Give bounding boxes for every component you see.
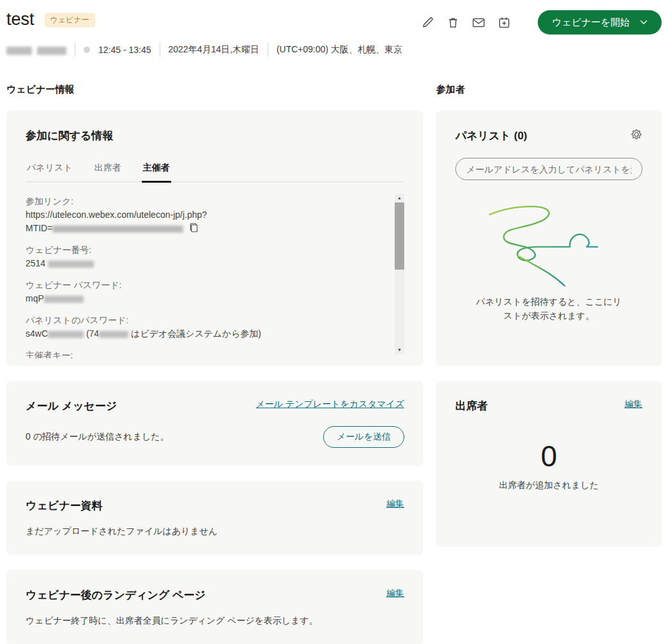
- calendar-plus-icon: [498, 17, 510, 29]
- attendee-count-caption: 出席者が追加されました: [499, 480, 599, 491]
- mtid-prefix: MTID=: [26, 223, 52, 233]
- send-email-button[interactable]: メールを送信: [323, 426, 404, 448]
- pencil-icon: [421, 17, 434, 29]
- scroll-down-icon[interactable]: ▼: [395, 346, 404, 355]
- divider: [75, 43, 75, 57]
- panelist-card-title: パネリスト (0): [455, 128, 528, 143]
- envelope-icon: [473, 17, 485, 29]
- materials-card-title: ウェビナー資料: [26, 498, 103, 513]
- webinar-password-label: ウェビナー パスワード:: [26, 279, 383, 292]
- chevron-down-icon: [640, 20, 648, 25]
- tab-attendee[interactable]: 出席者: [93, 157, 123, 183]
- webinar-password-value: mqP: [26, 292, 383, 305]
- copy-icon: [190, 223, 198, 233]
- edit-button[interactable]: [419, 14, 436, 31]
- add-to-calendar-button[interactable]: [496, 14, 512, 31]
- email-status-text: 0 の招待メールが送信されました。: [26, 431, 169, 443]
- join-info-card: 参加に関する情報 パネリスト 出席者 主催者 参加リンク: https://ut…: [6, 111, 423, 366]
- landing-card-title: ウェビナー後のランディング ページ: [26, 588, 206, 602]
- webinar-number-label: ウェビナー番号:: [26, 243, 383, 257]
- join-info-title: 参加に関する情報: [26, 128, 404, 143]
- scrollbar-thumb[interactable]: [395, 203, 404, 270]
- divider: [268, 43, 268, 57]
- panelist-card: パネリスト (0): [436, 111, 662, 366]
- tab-host[interactable]: 主催者: [142, 157, 171, 183]
- mtid-redacted: [52, 226, 183, 233]
- scrollbar-track[interactable]: [395, 203, 404, 346]
- panelist-password-value: s4wC (74 はビデオ会議システムから参加): [26, 327, 383, 341]
- panelist-password-label: パネリストのパスワード:: [26, 314, 383, 327]
- landing-description: ウェビナー終了時に、出席者全員にランディング ページを表示します。: [26, 615, 404, 627]
- scrollbar[interactable]: ▲ ▼: [395, 194, 404, 355]
- webinar-type-badge: ウェビナー: [45, 13, 95, 27]
- start-webinar-button[interactable]: ウェビナーを開始: [538, 10, 662, 34]
- webinar-password-redacted: [44, 296, 84, 303]
- panelist-empty-illustration: [455, 197, 642, 286]
- gear-icon: [630, 128, 642, 141]
- materials-edit-link[interactable]: 編集: [386, 498, 404, 510]
- panelist-empty-text: パネリストを招待すると、ここにリストが表示されます。: [455, 295, 642, 323]
- host-name-redacted: [6, 45, 66, 55]
- panelist-password-redacted: [48, 331, 84, 338]
- panelist-email-input[interactable]: [455, 158, 642, 180]
- webinar-number-value: 2514: [26, 257, 383, 270]
- tab-panelist[interactable]: パネリスト: [26, 157, 74, 183]
- join-link-url: https://utelecon.webex.com/utelecon-jp/j…: [26, 208, 383, 222]
- materials-empty-text: まだアップロードされたファイルはありません: [26, 526, 404, 537]
- webinar-timezone: (UTC+09:00) 大阪、札幌、東京: [277, 44, 402, 56]
- attendee-card-title: 出席者: [455, 399, 488, 413]
- email-card-title: メール メッセージ: [26, 399, 117, 413]
- video-system-code-redacted: [99, 331, 128, 338]
- webinar-number-redacted: [48, 261, 94, 268]
- join-info-tabs: パネリスト 出席者 主催者: [26, 157, 404, 182]
- webinar-meta-row: 12:45 - 13:45 2022年4月14日,木曜日 (UTC+09:00)…: [6, 43, 662, 57]
- scroll-up-icon[interactable]: ▲: [395, 194, 404, 203]
- webinar-time: 12:45 - 13:45: [98, 45, 151, 55]
- host-key-label: 主催者キー:: [26, 349, 383, 358]
- page-header: test ウェビナー ウェビナーを開始: [6, 9, 662, 57]
- attendee-card: 出席者 編集 0 出席者が追加されました: [436, 381, 662, 547]
- join-link-mtid-line: MTID=: [26, 222, 383, 235]
- trash-icon: [447, 17, 459, 29]
- start-webinar-label: ウェビナーを開始: [552, 17, 630, 29]
- landing-edit-link[interactable]: 編集: [386, 588, 404, 599]
- email-button[interactable]: [470, 14, 487, 31]
- attendee-edit-link[interactable]: 編集: [625, 399, 642, 410]
- page-title: test: [6, 9, 34, 29]
- section-title-webinar-info: ウェビナー情報: [6, 84, 423, 96]
- panelist-settings-button[interactable]: [630, 128, 642, 142]
- webinar-date: 2022年4月14日,木曜日: [169, 44, 259, 56]
- webinar-materials-card: ウェビナー資料 編集 まだアップロードされたファイルはありません: [6, 480, 423, 555]
- copy-link-button[interactable]: [190, 223, 198, 234]
- join-info-scroll-content: 参加リンク: https://utelecon.webex.com/utelec…: [26, 194, 404, 358]
- divider: [160, 43, 160, 57]
- delete-button[interactable]: [444, 14, 461, 31]
- attendee-count: 0: [541, 441, 558, 471]
- email-message-card: メール メッセージ メール テンプレートをカスタマイズ 0 の招待メールが送信さ…: [6, 381, 423, 466]
- join-link-label: 参加リンク:: [26, 195, 383, 208]
- status-dot-icon: [84, 47, 90, 53]
- customize-template-link[interactable]: メール テンプレートをカスタマイズ: [256, 399, 404, 410]
- landing-page-card: ウェビナー後のランディング ページ 編集 ウェビナー終了時に、出席者全員にランデ…: [6, 570, 423, 644]
- section-title-participants: 参加者: [436, 84, 662, 96]
- webinar-detail-page: test ウェビナー ウェビナーを開始: [0, 0, 668, 644]
